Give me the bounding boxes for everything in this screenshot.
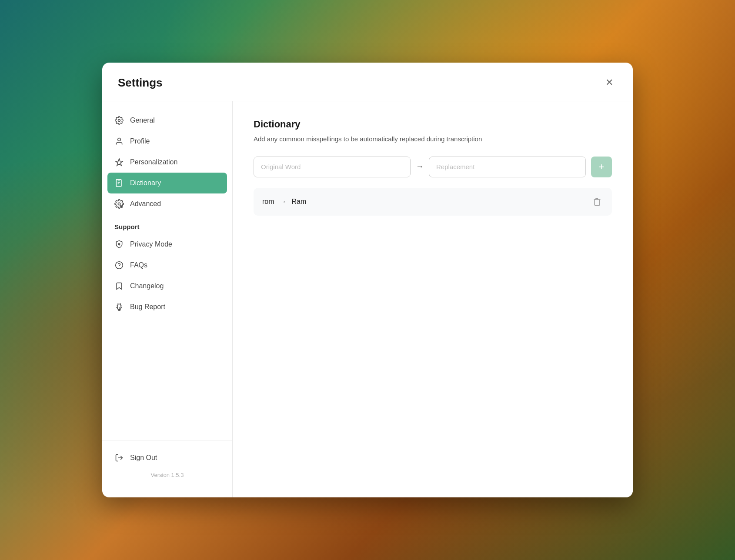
sidebar-item-advanced[interactable]: Advanced xyxy=(102,193,232,214)
section-title: Dictionary xyxy=(254,119,612,130)
sidebar-item-profile[interactable]: Profile xyxy=(102,131,232,152)
sidebar-label-profile: Profile xyxy=(130,137,150,145)
dictionary-input-row: → + xyxy=(254,157,612,177)
sidebar-label-dictionary: Dictionary xyxy=(130,179,161,187)
svg-point-0 xyxy=(118,120,120,122)
add-entry-button[interactable]: + xyxy=(591,157,612,177)
question-icon xyxy=(114,260,124,270)
replacement-input[interactable] xyxy=(429,157,586,177)
bug-icon xyxy=(114,302,124,312)
sidebar-item-personalization[interactable]: Personalization xyxy=(102,152,232,173)
sidebar-label-advanced: Advanced xyxy=(130,200,161,208)
sidebar-item-faqs[interactable]: FAQs xyxy=(102,255,232,276)
svg-point-5 xyxy=(118,243,120,245)
sidebar-label-bug-report: Bug Report xyxy=(130,303,165,311)
sidebar-footer: Sign Out Version 1.5.3 xyxy=(102,440,232,489)
svg-rect-2 xyxy=(116,180,121,187)
sidebar-item-dictionary[interactable]: Dictionary xyxy=(107,173,227,193)
sidebar-item-sign-out[interactable]: Sign Out xyxy=(102,447,232,468)
sidebar: General Profile xyxy=(102,101,233,497)
sidebar-item-changelog[interactable]: Changelog xyxy=(102,276,232,297)
person-icon xyxy=(114,137,124,146)
dictionary-entries-list: rom → Ram xyxy=(254,188,612,216)
modal-body: General Profile xyxy=(102,101,633,497)
section-description: Add any common misspellings to be automa… xyxy=(254,134,612,144)
sidebar-item-general[interactable]: General xyxy=(102,110,232,131)
sidebar-item-privacy-mode[interactable]: Privacy Mode xyxy=(102,234,232,255)
dict-entry: rom → Ram xyxy=(254,188,612,216)
sidebar-label-personalization: Personalization xyxy=(130,158,177,166)
gear-advanced-icon xyxy=(114,199,124,209)
main-content: Dictionary Add any common misspellings t… xyxy=(233,101,633,497)
support-section-label: Support xyxy=(102,214,232,234)
modal-title: Settings xyxy=(118,76,163,90)
entry-arrow-icon: → xyxy=(280,198,287,206)
sidebar-item-bug-report[interactable]: Bug Report xyxy=(102,297,232,317)
entry-replacement: Ram xyxy=(292,198,307,206)
sidebar-label-changelog: Changelog xyxy=(130,282,164,290)
settings-modal: Settings ✕ General xyxy=(102,63,633,497)
svg-point-6 xyxy=(116,262,123,269)
gear-icon xyxy=(114,116,124,125)
svg-point-3 xyxy=(118,203,120,205)
sidebar-label-privacy: Privacy Mode xyxy=(130,240,172,248)
entry-original: rom xyxy=(262,198,274,206)
bookmark-icon xyxy=(114,281,124,291)
sidebar-label-general: General xyxy=(130,117,155,124)
sign-out-icon xyxy=(114,453,124,463)
close-button[interactable]: ✕ xyxy=(601,75,617,90)
modal-header: Settings ✕ xyxy=(102,63,633,101)
delete-entry-button[interactable] xyxy=(591,196,603,208)
sparkle-icon xyxy=(114,157,124,167)
sidebar-label-faqs: FAQs xyxy=(130,261,147,269)
shield-icon xyxy=(114,240,124,249)
dictionary-icon xyxy=(114,178,124,188)
original-word-input[interactable] xyxy=(254,157,411,177)
version-text: Version 1.5.3 xyxy=(102,468,232,482)
nav-section: General Profile xyxy=(102,110,232,435)
arrow-icon: → xyxy=(416,162,424,171)
svg-point-1 xyxy=(118,138,121,141)
sign-out-label: Sign Out xyxy=(130,454,157,462)
